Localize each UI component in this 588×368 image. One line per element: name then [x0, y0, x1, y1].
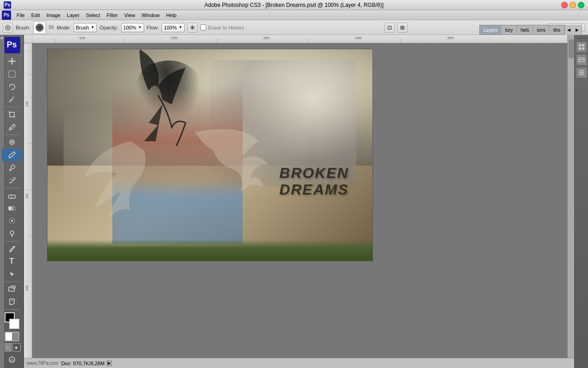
brush-preview[interactable] [33, 21, 46, 34]
v-strip-arrow[interactable]: ▶ [0, 36, 4, 40]
svg-rect-52 [579, 47, 581, 50]
airbrush-button[interactable]: ✳ [187, 23, 198, 33]
minimize-button[interactable] [570, 2, 576, 8]
tool-rectangle[interactable] [2, 283, 22, 296]
svg-text:200: 200 [171, 36, 178, 40]
main-layout: Ps [0, 35, 588, 368]
tool-crop[interactable] [2, 108, 22, 121]
tab-paths[interactable]: iths [549, 25, 565, 34]
brush-size-display: 59 [49, 25, 54, 30]
mode-dropdown[interactable]: Brush ▼ [74, 23, 97, 32]
tool-magic-wand[interactable] [2, 93, 22, 106]
tool-notes[interactable] [2, 295, 22, 308]
tool-healing-brush[interactable] [2, 136, 22, 149]
image-canvas[interactable]: BROKEN DREAMS [47, 49, 373, 261]
canvas-area[interactable]: 100 200 300 400 500 [24, 35, 574, 368]
opacity-dropdown[interactable]: 100% ▼ [121, 23, 144, 32]
panel-collapse-button[interactable]: ◀ [565, 25, 573, 35]
canvas-figure [112, 85, 242, 244]
color-swatch-area[interactable] [2, 312, 22, 329]
canvas-text-line1: BROKEN [279, 165, 349, 181]
svg-rect-57 [579, 72, 584, 73]
menu-filter[interactable]: Filter [104, 12, 120, 19]
svg-rect-56 [579, 70, 584, 71]
svg-point-16 [11, 220, 13, 222]
tool-preset-picker[interactable] [3, 23, 13, 33]
svg-point-11 [11, 165, 15, 169]
tool-separator-1 [4, 107, 20, 107]
tool-type[interactable]: T [2, 255, 22, 268]
tool-dodge[interactable] [2, 227, 22, 240]
svg-rect-12 [9, 195, 15, 198]
svg-rect-58 [579, 74, 584, 75]
view-mode-buttons: □ ■ [3, 343, 21, 351]
flow-label: Flow: [147, 25, 159, 30]
flow-arrow-icon: ▼ [179, 25, 182, 29]
svg-point-1 [7, 27, 9, 29]
menu-help[interactable]: Help [163, 12, 180, 19]
tool-separator-5 [4, 282, 20, 282]
tab-channels[interactable]: hels [517, 25, 533, 34]
title-bar-text: Adobe Photoshop CS3 - [Broken Dreams.psd… [204, 2, 384, 8]
screen-mode-button[interactable]: ⊞ [397, 23, 408, 33]
edit-in-imageready-button[interactable]: IR [2, 353, 22, 366]
menu-view[interactable]: View [122, 12, 138, 19]
tool-clone-stamp[interactable] [2, 161, 22, 174]
vertical-scrollbar-thumb[interactable] [569, 40, 574, 58]
menu-bar: Ps File Edit Image Layer Select Filter V… [0, 10, 588, 20]
tool-eraser[interactable] [2, 189, 22, 202]
mode-arrow-icon: ▼ [91, 25, 94, 29]
tool-blur[interactable] [2, 214, 22, 227]
right-panel-separator-top [576, 38, 587, 39]
tool-pen[interactable] [2, 242, 22, 255]
flow-dropdown[interactable]: 100% ▼ [162, 23, 185, 32]
menu-edit[interactable]: Edit [29, 12, 43, 19]
window-controls[interactable] [561, 2, 584, 8]
svg-rect-2 [9, 71, 15, 77]
background-color[interactable] [9, 319, 19, 329]
right-panel-button-2[interactable] [576, 54, 587, 65]
tool-separator-6 [4, 309, 20, 310]
panel-expand-button[interactable]: ▶ [573, 25, 581, 35]
menu-image[interactable]: Image [44, 12, 64, 19]
menu-ps-logo: Ps [2, 11, 11, 20]
canvas-options-button[interactable]: ⊡ [384, 23, 395, 33]
vertical-scrollbar[interactable] [567, 35, 574, 361]
tool-history-brush[interactable] [2, 174, 22, 187]
svg-text:200: 200 [25, 193, 29, 199]
tab-history[interactable]: tory [501, 25, 517, 34]
tab-layers[interactable]: Layers [480, 25, 501, 34]
right-panel [574, 35, 588, 368]
tab-actions[interactable]: ions [533, 25, 549, 34]
menu-window[interactable]: Window [139, 12, 163, 19]
opacity-label: Opacity: [99, 25, 118, 30]
right-panel-button-3[interactable] [576, 67, 587, 78]
close-button[interactable] [561, 2, 568, 8]
erase-to-history-checkbox[interactable] [200, 24, 206, 30]
right-panel-button-1[interactable] [576, 41, 587, 52]
status-doc-size: Doc: 970,7K/8,28M [61, 361, 105, 366]
svg-text:300: 300 [263, 36, 270, 40]
tool-gradient[interactable] [2, 202, 22, 215]
canvas-broken-dreams-text: BROKEN DREAMS [265, 155, 363, 208]
tool-lasso[interactable] [2, 80, 22, 93]
tool-move[interactable] [2, 55, 22, 68]
svg-point-17 [10, 231, 14, 235]
status-bar: www.78Pa.com Doc: 970,7K/8,28M ▶ [24, 358, 574, 368]
tool-separator-2 [4, 134, 20, 135]
tool-marquee[interactable] [2, 68, 22, 80]
quick-mask-button[interactable] [5, 332, 19, 342]
title-bar: Ps Adobe Photoshop CS3 - [Broken Dreams.… [0, 0, 588, 10]
menu-select[interactable]: Select [83, 12, 103, 19]
flow-value: 100% [164, 25, 177, 30]
status-nav-button[interactable]: ▶ [106, 361, 112, 366]
ruler-top: 100 200 300 400 500 [24, 35, 567, 43]
tool-eyedropper[interactable] [2, 121, 22, 134]
tool-separator-3 [4, 188, 20, 188]
maximize-button[interactable] [578, 2, 584, 8]
menu-layer[interactable]: Layer [64, 12, 82, 19]
menu-file[interactable]: File [14, 12, 28, 19]
tool-brush[interactable] [2, 149, 22, 161]
tool-path-select[interactable] [2, 268, 22, 281]
full-view-button[interactable]: ■ [12, 343, 21, 351]
